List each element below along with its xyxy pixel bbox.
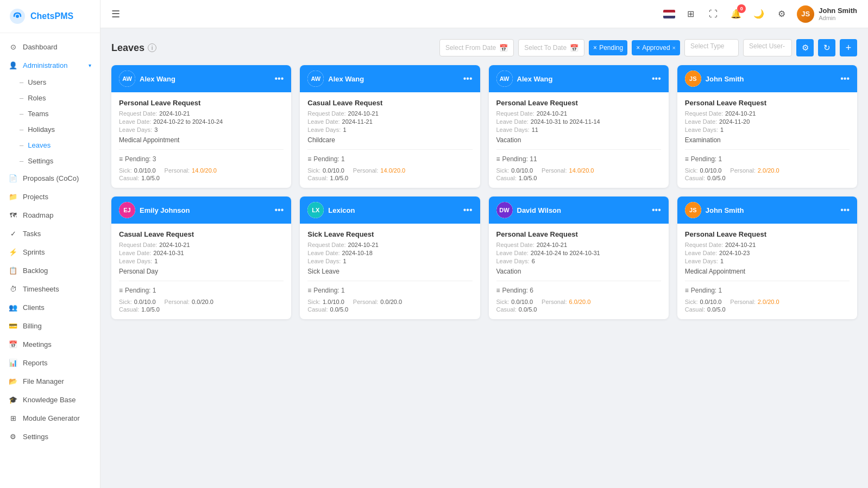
- reports-icon: 📊: [9, 358, 17, 367]
- stat-row-1: Sick: 0.0/10.0 Personal: 14.0/20.0: [496, 167, 661, 174]
- svg-point-1: [16, 15, 19, 18]
- add-button[interactable]: +: [840, 39, 857, 56]
- sidebar-item-clients[interactable]: 👥 Clients: [0, 298, 100, 316]
- language-flag[interactable]: [663, 10, 675, 18]
- sidebar-item-users[interactable]: Users: [0, 74, 100, 90]
- sidebar-item-knowledge-base[interactable]: 🎓 Knowledge Base: [0, 390, 100, 409]
- request-date-row: Request Date: 2024-10-21: [685, 110, 850, 117]
- sidebar-item-sprints[interactable]: ⚡ Sprints: [0, 243, 100, 261]
- clear-all-tags[interactable]: ×: [672, 45, 676, 51]
- tag-close-approved[interactable]: ×: [636, 44, 640, 52]
- tasks-icon: ✓: [9, 229, 17, 238]
- user-details: John Smith Admin: [819, 7, 857, 21]
- tag-pending: × Pending: [589, 40, 627, 55]
- leave-days-row: Leave Days: 6: [496, 258, 661, 264]
- card-avatar: LX: [307, 202, 324, 218]
- sidebar-item-module-generator[interactable]: ⊞ Module Generator: [0, 409, 100, 427]
- sidebar-item-reports[interactable]: 📊 Reports: [0, 353, 100, 372]
- topbar-right: ⊞ ⛶ 🔔 0 🌙 ⚙ JS John Smith Admin: [663, 5, 857, 23]
- personal-stat: Personal: 0.0/20.0: [353, 299, 402, 305]
- from-date-input[interactable]: Select From Date 📅: [439, 39, 514, 56]
- sidebar-item-tasks[interactable]: ✓ Tasks: [0, 224, 100, 243]
- personal-stat: Personal: 14.0/20.0: [165, 167, 217, 174]
- to-date-input[interactable]: Select To Date 📅: [518, 39, 584, 56]
- stat-row-2: Casual: 0.0/5.0: [685, 175, 850, 181]
- user-name: John Smith: [819, 7, 857, 15]
- sidebar-item-meetings[interactable]: 📅 Meetings: [0, 335, 100, 353]
- info-icon[interactable]: i: [148, 43, 156, 52]
- card-menu-icon[interactable]: •••: [652, 74, 661, 84]
- leave-reason: Personal Day: [119, 268, 284, 275]
- stat-row-1: Sick: 0.0/10.0 Personal: 0.0/20.0: [119, 299, 284, 305]
- sidebar-item-timesheets[interactable]: ⏱ Timesheets: [0, 280, 100, 298]
- sidebar-item-label: Administration: [23, 61, 83, 69]
- sidebar-item-settings[interactable]: ⚙ Settings: [0, 427, 100, 446]
- sidebar-item-file-manager[interactable]: 📂 File Manager: [0, 372, 100, 390]
- card-menu-icon[interactable]: •••: [840, 74, 850, 84]
- sick-stat: Sick: 0.0/10.0: [119, 167, 156, 174]
- sidebar-item-label: Settings: [23, 433, 91, 441]
- stat-row-2: Casual: 1.0/5.0: [496, 175, 661, 181]
- card-menu-icon[interactable]: •••: [840, 205, 850, 215]
- sidebar-item-holidays[interactable]: Holidays: [0, 122, 100, 137]
- sidebar-item-label: Timesheets: [23, 285, 91, 293]
- sidebar-item-label: Module Generator: [23, 414, 91, 422]
- leave-days-row: Leave Days: 1: [685, 258, 850, 264]
- sidebar-item-teams[interactable]: Teams: [0, 106, 100, 122]
- request-date-row: Request Date: 2024-10-21: [307, 110, 472, 117]
- sidebar-item-settings-admin[interactable]: Settings: [0, 153, 100, 169]
- billing-icon: 💳: [9, 321, 17, 330]
- gear-button[interactable]: ⚙: [796, 39, 814, 56]
- card-menu-icon[interactable]: •••: [463, 205, 473, 215]
- leave-card: AW Alex Wang ••• Casual Leave Request Re…: [300, 65, 480, 188]
- clients-icon: 👥: [9, 303, 17, 312]
- card-avatar: AW: [119, 71, 135, 87]
- pending-count: ≡ Pending: 3: [119, 155, 284, 163]
- personal-stat: Personal: 14.0/20.0: [542, 167, 594, 174]
- user-select[interactable]: Select User-: [743, 39, 792, 56]
- sidebar-item-billing[interactable]: 💳 Billing: [0, 316, 100, 335]
- sidebar-item-backlog[interactable]: 📋 Backlog: [0, 261, 100, 280]
- type-select[interactable]: Select Type: [684, 39, 739, 56]
- casual-stat: Casual: 0.0/5.0: [685, 306, 726, 313]
- grid-icon[interactable]: ⊞: [683, 7, 698, 22]
- sidebar-item-label: Knowledge Base: [23, 396, 91, 404]
- user-profile[interactable]: JS John Smith Admin: [797, 5, 857, 23]
- card-stats: Sick: 0.0/10.0 Personal: 14.0/20.0 Casua…: [119, 167, 284, 181]
- card-menu-icon[interactable]: •••: [274, 205, 284, 215]
- notification-badge: 0: [737, 4, 746, 13]
- card-menu-icon[interactable]: •••: [463, 74, 473, 84]
- card-menu-icon[interactable]: •••: [652, 205, 661, 215]
- refresh-button[interactable]: ↻: [818, 39, 835, 56]
- sidebar: ChetsPMS ⊙ Dashboard 👤 Administration ▾ …: [0, 0, 100, 488]
- leave-card: LX Lexicon ••• Sick Leave Request Reques…: [300, 197, 480, 319]
- fullscreen-icon[interactable]: ⛶: [706, 7, 721, 22]
- sidebar-item-proposals[interactable]: 📄 Proposals (CoCo): [0, 169, 100, 187]
- filter-bar: Select From Date 📅 Select To Date 📅 × Pe…: [439, 39, 857, 56]
- sidebar-item-leaves[interactable]: Leaves: [0, 137, 100, 153]
- sidebar-item-label: Projects: [23, 193, 91, 201]
- casual-stat: Casual: 1.0/5.0: [496, 175, 537, 181]
- leave-type: Personal Leave Request: [685, 230, 850, 238]
- dark-mode-icon[interactable]: 🌙: [751, 7, 766, 22]
- pending-count: ≡ Pending: 1: [307, 155, 472, 163]
- request-date-row: Request Date: 2024-10-21: [307, 242, 472, 248]
- card-menu-icon[interactable]: •••: [274, 74, 284, 84]
- sidebar-item-roadmap[interactable]: 🗺 Roadmap: [0, 206, 100, 224]
- sidebar-item-label: Billing: [23, 322, 91, 330]
- pending-count: ≡ Pending: 1: [685, 155, 850, 163]
- file-manager-icon: 📂: [9, 377, 17, 385]
- projects-icon: 📁: [9, 192, 17, 201]
- leave-days-row: Leave Days: 1: [119, 258, 284, 264]
- settings-topbar-icon[interactable]: ⚙: [774, 7, 789, 22]
- calendar-icon: 📅: [499, 44, 508, 52]
- hamburger-icon[interactable]: ☰: [111, 8, 120, 20]
- card-stats: Sick: 0.0/10.0 Personal: 6.0/20.0 Casual…: [496, 299, 661, 313]
- sidebar-item-dashboard[interactable]: ⊙ Dashboard: [0, 37, 100, 56]
- sidebar-item-roles[interactable]: Roles: [0, 90, 100, 106]
- leave-type: Casual Leave Request: [307, 99, 472, 107]
- topbar: ☰ ⊞ ⛶ 🔔 0 🌙 ⚙ JS John Smith: [100, 0, 868, 28]
- sidebar-item-projects[interactable]: 📁 Projects: [0, 187, 100, 206]
- tag-close-pending[interactable]: ×: [593, 44, 597, 52]
- sidebar-item-administration[interactable]: 👤 Administration ▾: [0, 56, 100, 74]
